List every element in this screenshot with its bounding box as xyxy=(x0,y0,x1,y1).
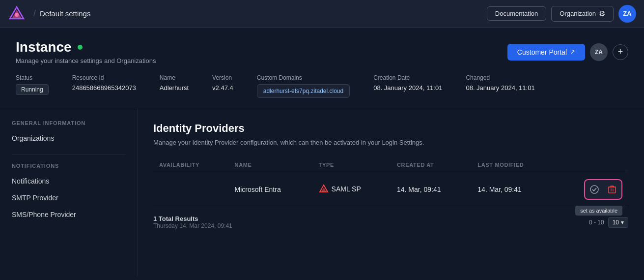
custom-domains-value: adlerhurst-efs7pq.zitadel.cloud xyxy=(257,84,350,98)
col-created-at: CREATED AT xyxy=(391,158,472,172)
user-avatar[interactable]: ZA xyxy=(618,5,636,23)
header-avatar[interactable]: ZA xyxy=(590,43,608,61)
pagination: 0 - 10 10 ▾ xyxy=(589,217,628,228)
organization-button[interactable]: Organization ⚙ xyxy=(551,6,614,22)
content-description: Manage your Identity Provider configurat… xyxy=(153,139,628,146)
saml-type: SAML SP xyxy=(319,184,361,194)
svg-point-5 xyxy=(590,186,598,193)
set-available-button[interactable] xyxy=(586,181,603,198)
instance-subtitle: Manage your instance settings and Organi… xyxy=(16,57,156,64)
sidebar-item-organizations[interactable]: Organizations xyxy=(0,130,137,147)
chevron-down-icon: ▾ xyxy=(621,219,624,226)
instance-title-row: Instance Manage your instance settings a… xyxy=(16,39,628,64)
name-label: Name xyxy=(160,74,189,81)
sidebar-section-notifications: Notifications xyxy=(0,163,137,169)
table-row: Microsoft Entra SAML SP 14. Mar, 09:41 1… xyxy=(153,172,628,207)
resource-id-field: Resource Id 248658668965342073 xyxy=(72,74,136,92)
add-button[interactable]: + xyxy=(613,44,628,60)
topnav-actions: Documentation Organization ⚙ ZA xyxy=(487,5,636,23)
header-actions: Customer Portal ↗ ZA + xyxy=(507,43,628,61)
sidebar-section-general: General Information xyxy=(0,120,137,126)
total-count: 1 Total Results xyxy=(153,215,232,222)
cell-created-at: 14. Mar, 09:41 xyxy=(391,172,472,207)
col-actions xyxy=(556,158,628,172)
main-content: General Information Organizations Notifi… xyxy=(0,108,644,276)
custom-domains-label: Custom Domains xyxy=(257,74,350,81)
action-buttons: set as available xyxy=(561,179,622,200)
logo[interactable] xyxy=(8,5,26,23)
creation-date-value: 08. January 2024, 11:01 xyxy=(373,84,442,92)
nav-divider: / xyxy=(33,8,36,19)
instance-metadata: Status Running Resource Id 2486586689653… xyxy=(16,74,628,98)
col-name: NAME xyxy=(229,158,313,172)
page-size-select[interactable]: 10 ▾ xyxy=(608,217,628,228)
documentation-button[interactable]: Documentation xyxy=(487,6,546,21)
changed-field: Changed 08. January 2024, 11:01 xyxy=(466,74,534,92)
creation-date-label: Creation Date xyxy=(373,74,442,81)
instance-title-left: Instance Manage your instance settings a… xyxy=(16,39,156,64)
check-circle-icon xyxy=(590,185,599,194)
action-group xyxy=(584,179,622,200)
page-size-value: 10 xyxy=(613,219,619,226)
status-field: Status Running xyxy=(16,74,49,95)
status-label: Status xyxy=(16,74,49,81)
providers-table: AVAILABILITY NAME TYPE CREATED AT LAST M… xyxy=(153,158,628,207)
version-value: v2.47.4 xyxy=(212,84,233,92)
sidebar-item-smtp[interactable]: SMTP Provider xyxy=(0,189,137,206)
cell-type: SAML SP xyxy=(313,172,391,207)
table-body: Microsoft Entra SAML SP 14. Mar, 09:41 1… xyxy=(153,172,628,207)
svg-point-2 xyxy=(15,13,19,17)
changed-label: Changed xyxy=(466,74,534,81)
instance-header: Instance Manage your instance settings a… xyxy=(0,28,644,108)
online-status-dot xyxy=(78,45,83,50)
resource-id-label: Resource Id xyxy=(72,74,136,81)
external-link-icon: ↗ xyxy=(570,48,575,56)
resource-id-value: 248658668965342073 xyxy=(72,84,136,92)
gear-icon: ⚙ xyxy=(599,9,605,18)
trash-icon xyxy=(608,185,616,194)
content-title: Identity Providers xyxy=(153,122,628,135)
version-label: Version xyxy=(212,74,233,81)
sidebar: General Information Organizations Notifi… xyxy=(0,108,138,276)
version-field: Version v2.47.4 xyxy=(212,74,233,92)
content-area: Identity Providers Manage your Identity … xyxy=(138,108,644,276)
instance-title: Instance xyxy=(16,39,72,55)
col-last-modified: LAST MODIFIED xyxy=(472,158,556,172)
action-tooltip: set as available xyxy=(575,206,622,216)
cell-availability xyxy=(153,172,229,207)
table-footer: 1 Total Results Thursday 14. Mar 2024, 0… xyxy=(153,215,628,229)
saml-icon xyxy=(319,184,329,194)
pagination-range: 0 - 10 xyxy=(589,219,604,226)
col-availability: AVAILABILITY xyxy=(153,158,229,172)
cell-last-modified: 14. Mar, 09:41 xyxy=(472,172,556,207)
footer-date: Thursday 14. Mar 2024, 09:41 xyxy=(153,222,232,229)
sidebar-item-sms[interactable]: SMS/Phone Provider xyxy=(0,206,137,223)
total-results: 1 Total Results Thursday 14. Mar 2024, 0… xyxy=(153,215,232,229)
cell-name: Microsoft Entra xyxy=(229,172,313,207)
col-type: TYPE xyxy=(313,158,391,172)
customer-portal-label: Customer Portal xyxy=(517,48,567,56)
sidebar-item-notifications[interactable]: Notifications xyxy=(0,173,137,189)
cell-actions: set as available xyxy=(556,172,628,207)
page-title: Default settings xyxy=(40,9,90,18)
custom-domains-field: Custom Domains adlerhurst-efs7pq.zitadel… xyxy=(257,74,350,98)
changed-value: 08. January 2024, 11:01 xyxy=(466,84,534,92)
creation-date-field: Creation Date 08. January 2024, 11:01 xyxy=(373,74,442,92)
table-header: AVAILABILITY NAME TYPE CREATED AT LAST M… xyxy=(153,158,628,172)
name-field: Name Adlerhurst xyxy=(160,74,189,92)
top-navigation: / Default settings Documentation Organiz… xyxy=(0,0,644,28)
sidebar-divider xyxy=(12,155,125,155)
customer-portal-button[interactable]: Customer Portal ↗ xyxy=(507,44,585,61)
delete-button[interactable] xyxy=(604,181,620,198)
status-badge: Running xyxy=(16,84,49,95)
org-label: Organization xyxy=(560,10,596,17)
svg-rect-6 xyxy=(609,187,616,193)
name-value: Adlerhurst xyxy=(160,84,189,92)
